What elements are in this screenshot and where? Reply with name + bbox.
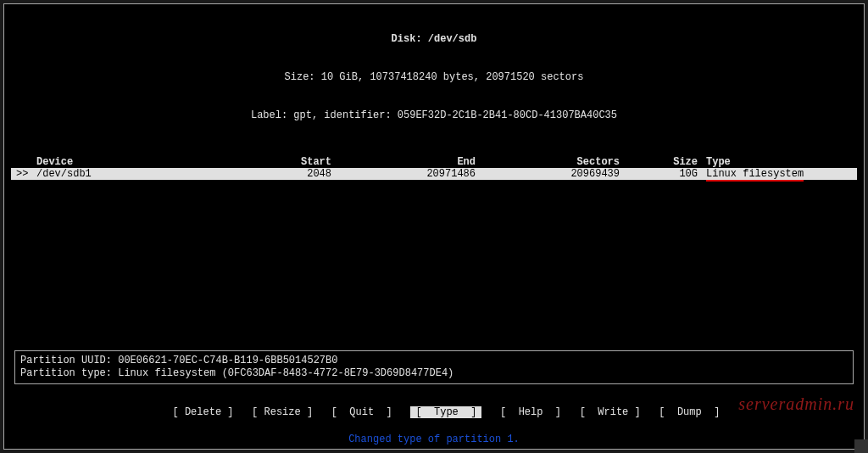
row-size: 10G <box>625 168 701 180</box>
row-end: 20971486 <box>337 168 481 180</box>
status-message: Changed type of partition 1. <box>11 433 857 445</box>
col-size: Size <box>625 156 701 168</box>
disk-size-line: Size: 10 GiB, 10737418240 bytes, 2097152… <box>11 71 857 84</box>
menu-bar: [ Delete ] [ Resize ] [ Quit ] [ Type ] … <box>11 394 857 430</box>
row-type: Linux filesystem <box>701 168 857 180</box>
col-sectors: Sectors <box>481 156 625 168</box>
partition-type: Partition type: Linux filesystem (0FC63D… <box>20 367 848 380</box>
menu-delete[interactable]: [ Delete ] <box>172 406 233 418</box>
menu-quit[interactable]: [ Quit ] <box>331 406 392 418</box>
disk-header: Disk: /dev/sdb Size: 10 GiB, 10737418240… <box>11 8 857 148</box>
row-device: /dev/sdb1 <box>31 168 201 180</box>
col-type: Type <box>701 156 857 168</box>
row-start: 2048 <box>201 168 337 180</box>
table-header-row: Device Start End Sectors Size Type <box>11 156 857 168</box>
table-row[interactable]: >> /dev/sdb1 2048 20971486 20969439 10G … <box>11 168 857 180</box>
col-device: Device <box>31 156 201 168</box>
partition-table: Device Start End Sectors Size Type >> /d… <box>11 156 857 180</box>
partition-uuid: Partition UUID: 00E06621-70EC-C74B-B119-… <box>20 355 848 367</box>
disk-path: /dev/sdb <box>428 33 477 45</box>
row-selector: >> <box>11 168 31 180</box>
row-sectors: 20969439 <box>481 168 625 180</box>
menu-write[interactable]: [ Write ] <box>580 406 641 418</box>
disk-label-line: Label: gpt, identifier: 059EF32D-2C1B-2B… <box>11 109 857 122</box>
menu-help[interactable]: [ Help ] <box>500 406 561 418</box>
partition-info-box: Partition UUID: 00E06621-70EC-C74B-B119-… <box>14 350 854 384</box>
menu-dump[interactable]: [ Dump ] <box>659 406 720 418</box>
col-end: End <box>337 156 481 168</box>
menu-resize[interactable]: [ Resize ] <box>252 406 313 418</box>
disk-title-prefix: Disk: <box>392 33 428 45</box>
col-start: Start <box>201 156 337 168</box>
terminal-window: Disk: /dev/sdb Size: 10 GiB, 10737418240… <box>3 3 865 450</box>
menu-type[interactable]: [ Type ] <box>410 406 481 418</box>
